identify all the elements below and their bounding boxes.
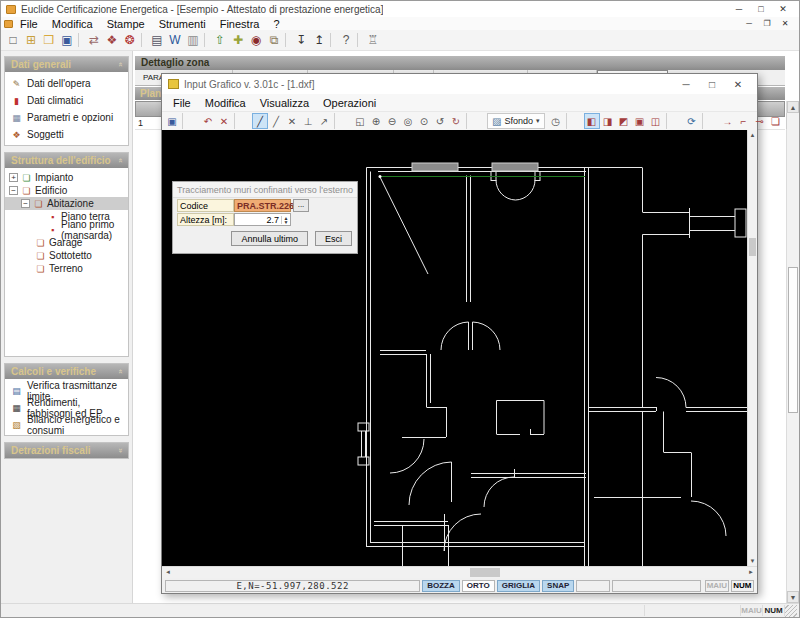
cad-menu-modifica[interactable]: Modifica — [198, 97, 253, 109]
menu-help[interactable]: ? — [266, 18, 286, 30]
delete-node-icon[interactable]: ✕ — [216, 113, 232, 129]
toggle-snap[interactable]: SNAP — [542, 580, 574, 592]
tree-item-sottotetto[interactable]: ❏ Sottotetto — [5, 249, 128, 262]
cad-canvas[interactable]: Tracciamento muri confinanti verso l'est… — [162, 130, 747, 566]
panel-header-detrazioni[interactable]: Detrazioni fiscali » — [5, 443, 128, 458]
zoom-in-icon[interactable]: ⊕ — [368, 113, 384, 129]
undo-node-icon[interactable]: ↶ — [200, 113, 216, 129]
wall-internal-icon[interactable]: ◨ — [600, 113, 616, 129]
move-down-icon[interactable]: ↧ — [292, 31, 310, 49]
toggle-orto[interactable]: ORTO — [462, 580, 495, 592]
cad-menu-operazioni[interactable]: Operazioni — [316, 97, 383, 109]
help-icon[interactable]: ? — [337, 31, 355, 49]
altezza-value[interactable]: 2.7 — [235, 215, 281, 225]
sidebar-item-dati-opera[interactable]: ✎ Dati dell'opera — [5, 75, 128, 92]
cad-maximize-button[interactable]: □ — [699, 79, 725, 90]
rotate-view-icon[interactable]: ↻ — [448, 113, 464, 129]
copy-archive-icon[interactable]: ⧉ — [265, 31, 283, 49]
tree-item-edificio[interactable]: − ❏ Edificio — [5, 184, 128, 197]
new-from-template-icon[interactable]: ⊞ — [22, 31, 40, 49]
scroll-up-icon[interactable]: ▲ — [787, 101, 799, 113]
wall-virtual-icon[interactable]: ◩ — [616, 113, 632, 129]
sidebar-item-parametri-opzioni[interactable]: ▦ Parametri e opzioni — [5, 109, 128, 126]
euclide-column-icon[interactable]: ♖ — [364, 31, 382, 49]
toggle-bozza[interactable]: BOZZA — [422, 580, 460, 592]
sync-icon[interactable]: ⇄ — [85, 31, 103, 49]
tree-item-abitazione[interactable]: − ❏ Abitazione — [5, 197, 128, 210]
resize-grip[interactable] — [785, 605, 797, 617]
perpendicular-icon[interactable]: ⊥ — [300, 113, 316, 129]
browse-button[interactable]: ... — [293, 199, 309, 212]
tree-expander[interactable]: − — [21, 199, 30, 208]
arrow-right-icon[interactable]: → — [720, 113, 736, 129]
scrollbar-thumb[interactable] — [749, 238, 756, 256]
draw-wall-tool-icon[interactable]: ╱ — [252, 113, 268, 129]
measure-circle-icon[interactable]: ◷ — [548, 113, 564, 129]
arrow-offset-icon[interactable]: ⊸ — [752, 113, 768, 129]
collapse-chevron-icon[interactable]: « — [115, 369, 124, 373]
replace-icon[interactable]: ❖ — [103, 31, 121, 49]
refresh-icon[interactable]: ⟳ — [684, 113, 700, 129]
panel-header-calcoli[interactable]: Calcoli e verifiche « — [5, 364, 128, 379]
tree-item-terreno[interactable]: ❏ Terreno — [5, 262, 128, 275]
menu-strumenti[interactable]: Strumenti — [152, 18, 213, 30]
annulla-ultimo-button[interactable]: Annulla ultimo — [231, 231, 308, 246]
save-icon[interactable]: ▣ — [58, 31, 76, 49]
panel-header-dati-generali[interactable]: Dati generali « — [5, 57, 128, 72]
zoom-extents-icon[interactable]: ◎ — [400, 113, 416, 129]
zoom-window-icon[interactable]: ◱ — [352, 113, 368, 129]
scroll-right-icon[interactable]: ► — [745, 567, 757, 578]
minimize-button[interactable]: ─ — [728, 4, 750, 14]
spinner-stepper[interactable]: ▲▼ — [281, 216, 290, 224]
scroll-down-icon[interactable]: ▼ — [748, 556, 757, 566]
tree-expander[interactable]: − — [9, 186, 18, 195]
panel-header-struttura[interactable]: Struttura dell'edificio « — [5, 153, 128, 168]
new-document-icon[interactable]: □ — [4, 31, 22, 49]
toggle-griglia[interactable]: GRIGLIA — [497, 580, 540, 592]
mdi-restore-button[interactable]: ❐ — [759, 19, 775, 28]
zoom-selected-icon[interactable]: ⊙ — [416, 113, 432, 129]
scroll-down-icon[interactable]: ▼ — [787, 591, 799, 603]
import-archive-icon[interactable]: ⇧ — [211, 31, 229, 49]
delete-line-icon[interactable]: ✕ — [284, 113, 300, 129]
word-export-icon[interactable]: W — [166, 31, 184, 49]
cad-vertical-scrollbar[interactable]: ▲ ▼ — [747, 130, 757, 566]
cad-minimize-button[interactable]: ─ — [673, 79, 699, 90]
arrow-corner-icon[interactable]: ⌐ — [736, 113, 752, 129]
sheet-icon[interactable]: ❏ — [768, 113, 784, 129]
save-zone-icon[interactable]: ▣ — [632, 113, 648, 129]
scroll-left-icon[interactable]: ◄ — [162, 567, 174, 578]
cad-save-icon[interactable]: ▣ — [164, 113, 180, 129]
add-archive-icon[interactable]: ✚ — [229, 31, 247, 49]
zoom-out-icon[interactable]: ⊖ — [384, 113, 400, 129]
sfondo-dropdown[interactable]: ▨ Sfondo ▾ — [487, 113, 545, 129]
collapse-chevron-icon[interactable]: « — [115, 62, 124, 66]
scrollbar-thumb[interactable] — [470, 568, 500, 577]
menu-modifica[interactable]: Modifica — [45, 18, 100, 30]
maximize-button[interactable]: □ — [750, 4, 772, 14]
cad-menu-visualizza[interactable]: Visualizza — [253, 97, 316, 109]
mdi-minimize-button[interactable]: ─ — [741, 19, 757, 28]
wall-external-icon[interactable]: ◧ — [584, 113, 600, 129]
print-icon[interactable]: ▤ — [148, 31, 166, 49]
sidebar-item-dati-climatici[interactable]: ▮ Dati climatici — [5, 92, 128, 109]
menu-finestra[interactable]: Finestra — [213, 18, 267, 30]
main-vertical-scrollbar[interactable]: ▲ ▼ — [786, 101, 799, 603]
extend-line-icon[interactable]: ↗ — [316, 113, 332, 129]
cad-menu-file[interactable]: File — [166, 97, 198, 109]
esci-button[interactable]: Esci — [315, 231, 352, 246]
open-file-icon[interactable]: ❒ — [40, 31, 58, 49]
window-element-icon[interactable]: ◫ — [648, 113, 664, 129]
tree-item-impianto[interactable]: + ❏ Impianto — [5, 171, 128, 184]
zoom-previous-icon[interactable]: ↺ — [432, 113, 448, 129]
cad-close-button[interactable]: ✕ — [725, 79, 751, 90]
move-up-icon[interactable]: ↥ — [310, 31, 328, 49]
collapse-chevron-icon[interactable]: « — [115, 158, 124, 162]
close-button[interactable]: ✕ — [772, 4, 794, 14]
codice-struttura-value[interactable]: PRA.STR.226 — [234, 199, 291, 212]
scroll-up-icon[interactable]: ▲ — [748, 130, 757, 140]
sidebar-item-bilancio[interactable]: ▧ Bilancio energetico e consumi — [5, 416, 128, 433]
menu-stampe[interactable]: Stampe — [100, 18, 152, 30]
spin-down-icon[interactable]: ▼ — [284, 220, 289, 224]
scrollbar-thumb[interactable] — [788, 267, 798, 413]
